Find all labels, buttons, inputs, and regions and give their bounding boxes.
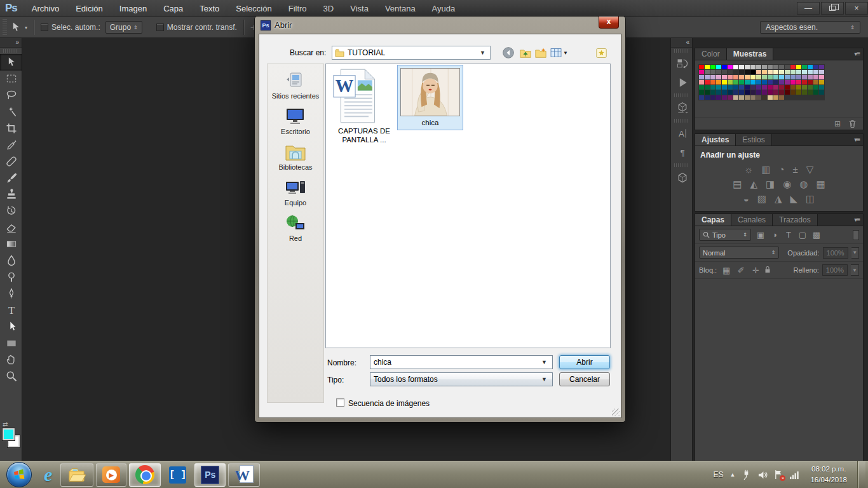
group-select[interactable]: Grupo⇕ xyxy=(105,21,142,34)
color-swatch[interactable] xyxy=(705,90,710,95)
back-button[interactable] xyxy=(501,46,516,60)
view-menu-button[interactable]: ▼ xyxy=(548,46,570,60)
lock-transparency-icon[interactable]: ▦ xyxy=(720,266,733,275)
path-select-tool[interactable] xyxy=(0,318,22,335)
color-swatch[interactable] xyxy=(796,65,801,69)
color-swatch[interactable] xyxy=(762,70,767,74)
color-swatch[interactable] xyxy=(779,95,784,100)
color-swatch[interactable] xyxy=(750,90,756,95)
actions-play-button[interactable] xyxy=(671,73,693,92)
color-swatch[interactable] xyxy=(705,75,710,79)
color-swatch[interactable] xyxy=(750,75,756,79)
color-swatch[interactable] xyxy=(716,75,721,79)
color-swatch[interactable] xyxy=(802,85,807,90)
action-center-flag-icon[interactable]: × xyxy=(774,470,783,480)
color-swatch[interactable] xyxy=(728,65,733,69)
color-swatch[interactable] xyxy=(768,85,773,90)
color-swatch[interactable] xyxy=(813,80,818,85)
color-swatch[interactable] xyxy=(790,85,796,90)
color-swatch[interactable] xyxy=(710,95,715,100)
color-swatch[interactable] xyxy=(768,90,773,95)
tab-capas[interactable]: Capas xyxy=(695,214,731,226)
color-swatch[interactable] xyxy=(716,95,721,100)
color-swatch[interactable] xyxy=(705,80,710,85)
color-swatch[interactable] xyxy=(802,70,807,74)
color-swatch[interactable] xyxy=(716,80,721,85)
tab-ajustes[interactable]: Ajustes xyxy=(695,134,736,146)
color-swatch[interactable] xyxy=(733,70,738,74)
color-swatch[interactable] xyxy=(779,85,784,90)
color-swatch[interactable] xyxy=(733,65,738,69)
gradient-tool[interactable] xyxy=(0,236,22,252)
color-swatch[interactable] xyxy=(699,65,704,69)
color-swatch[interactable] xyxy=(722,85,727,90)
show-desktop-button[interactable] xyxy=(857,461,865,488)
paragraph-panel-button[interactable]: ¶ xyxy=(671,143,693,162)
color-swatch[interactable] xyxy=(773,70,778,74)
auto-select-checkbox[interactable] xyxy=(41,24,48,31)
magic-wand-tool[interactable] xyxy=(0,104,22,120)
place-desktop[interactable]: Escritorio xyxy=(268,100,323,135)
color-swatch[interactable] xyxy=(728,80,733,85)
image-sequence-checkbox[interactable] xyxy=(336,398,344,407)
location-combobox[interactable]: TUTORIAL ▼ xyxy=(332,46,491,60)
color-swatch[interactable] xyxy=(808,80,813,85)
color-swatch[interactable] xyxy=(779,65,784,69)
color-swatch[interactable] xyxy=(745,80,750,85)
color-swatch[interactable] xyxy=(728,95,733,100)
lock-all-icon[interactable] xyxy=(764,266,776,275)
vibrance-icon[interactable]: ▽ xyxy=(806,164,814,175)
file-chica-selected[interactable]: chica xyxy=(397,65,463,130)
color-swatch[interactable] xyxy=(722,90,727,95)
workspace-switcher[interactable]: Aspectos esen.⇕ xyxy=(760,21,860,34)
place-computer[interactable]: Equipo xyxy=(268,171,323,207)
color-swatch[interactable] xyxy=(796,70,801,74)
color-swatch[interactable] xyxy=(739,65,744,69)
clone-stamp-tool[interactable] xyxy=(0,186,22,203)
taskbar-word[interactable]: W xyxy=(228,463,260,487)
move-tool[interactable] xyxy=(0,54,22,71)
color-swatch[interactable] xyxy=(699,70,704,74)
taskbar-chrome[interactable] xyxy=(129,463,161,487)
layer-filter-select[interactable]: Tipo⇕ xyxy=(699,229,751,241)
close-button[interactable]: × xyxy=(845,2,868,15)
menu-capa[interactable]: Capa xyxy=(155,0,191,17)
move-tool-preview[interactable] xyxy=(10,21,22,34)
color-swatch[interactable] xyxy=(819,75,824,79)
taskbar-brackets[interactable]: [ ] xyxy=(163,463,192,487)
layers-panel-menu[interactable]: ▾≡ xyxy=(854,214,863,226)
color-swatch[interactable] xyxy=(802,90,807,95)
resize-grip[interactable] xyxy=(612,409,620,416)
color-swatch[interactable] xyxy=(728,90,733,95)
brush-tool[interactable] xyxy=(0,170,22,186)
color-swatch[interactable] xyxy=(819,80,824,85)
color-swatch[interactable] xyxy=(756,85,761,90)
hue-saturation-icon[interactable]: ▤ xyxy=(733,179,742,190)
color-swatch[interactable] xyxy=(796,75,801,79)
color-swatch[interactable] xyxy=(756,95,761,100)
menu-filtro[interactable]: Filtro xyxy=(280,0,315,17)
color-swatch[interactable] xyxy=(768,75,773,79)
color-swatch[interactable] xyxy=(722,80,727,85)
gradient-map-icon[interactable]: ◣ xyxy=(790,193,798,205)
color-swatch[interactable] xyxy=(819,65,824,69)
character-panel-button[interactable]: A xyxy=(671,124,693,143)
color-swatch[interactable] xyxy=(716,70,721,74)
color-swatch[interactable] xyxy=(819,70,824,74)
type-tool[interactable]: T xyxy=(0,302,22,318)
color-swatch[interactable] xyxy=(790,90,796,95)
dialog-close-button[interactable]: x xyxy=(599,17,619,29)
color-swatch[interactable] xyxy=(813,65,818,69)
color-swatch[interactable] xyxy=(779,80,784,85)
color-lookup-icon[interactable]: ▦ xyxy=(816,179,825,190)
color-swatch[interactable] xyxy=(773,95,778,100)
kind-shape-filter-icon[interactable]: ▢ xyxy=(796,230,809,240)
options-grip[interactable] xyxy=(3,19,7,36)
new-swatch-button[interactable]: ⊞ xyxy=(834,119,841,128)
menu-ventana[interactable]: Ventana xyxy=(377,0,424,17)
color-swatch[interactable] xyxy=(819,85,824,90)
color-swatch[interactable] xyxy=(773,75,778,79)
color-swatch[interactable] xyxy=(762,90,767,95)
place-libraries[interactable]: Bibliotecas xyxy=(268,135,323,171)
kind-adjustment-filter-icon[interactable]: ◑ xyxy=(768,230,781,240)
